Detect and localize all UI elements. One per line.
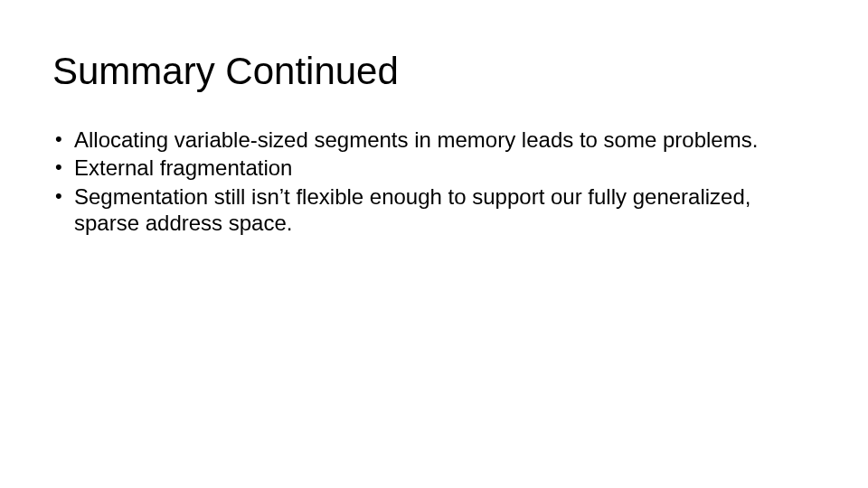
bullet-item: External fragmentation — [52, 155, 760, 181]
slide: Summary Continued Allocating variable-si… — [0, 0, 868, 488]
slide-body: Allocating variable-sized segments in me… — [52, 127, 760, 238]
slide-title: Summary Continued — [52, 50, 399, 93]
bullet-item: Segmentation still isn’t flexible enough… — [52, 183, 760, 237]
bullet-item: Allocating variable-sized segments in me… — [52, 127, 760, 153]
bullet-list: Allocating variable-sized segments in me… — [52, 127, 760, 236]
